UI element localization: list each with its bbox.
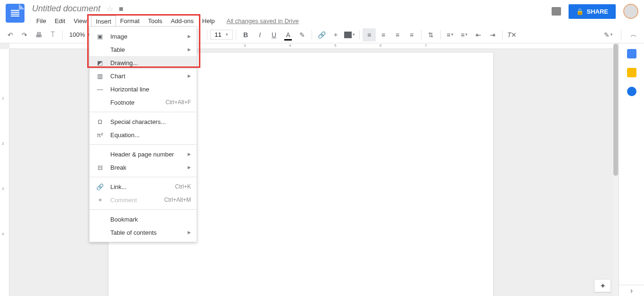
align-center-button[interactable]: ≡ [377, 28, 390, 41]
insert-link-button[interactable]: 🔗 [315, 28, 328, 41]
menu-label: Table of contents [110, 229, 188, 236]
italic-button[interactable]: I [253, 28, 266, 41]
menu-insert-footnote[interactable]: Footnote Ctrl+Alt+F [90, 96, 197, 109]
menu-insert-table[interactable]: Table ▶ [90, 43, 197, 56]
menu-file[interactable]: File [32, 16, 50, 27]
menu-label: Table [110, 46, 188, 53]
menu-insert-equation[interactable]: π² Equation... [90, 128, 197, 141]
star-icon[interactable]: ☆ [107, 5, 113, 13]
separator [502, 30, 503, 40]
chevron-down-icon: ▼ [225, 33, 229, 37]
comments-icon[interactable] [552, 7, 561, 16]
menubar: File Edit View Insert Format Tools Add-o… [32, 16, 552, 27]
menu-label: Comment [110, 197, 164, 204]
tasks-icon[interactable] [627, 87, 636, 96]
break-icon: ⊟ [95, 164, 105, 171]
menu-insert-header-pn[interactable]: Header & page number ▶ [90, 148, 197, 161]
numbered-list-button[interactable]: ≡▼ [444, 28, 457, 41]
share-button[interactable]: 🔒 SHARE [569, 4, 616, 19]
header: Untitled document ☆ ■ File Edit View Ins… [0, 0, 644, 26]
ruler-tick: 2 [198, 43, 200, 48]
menu-view[interactable]: View [69, 16, 91, 27]
calendar-icon[interactable] [627, 49, 636, 58]
add-comment-button[interactable]: ＋ [329, 28, 342, 41]
menu-shortcut: Ctrl+Alt+F [165, 99, 191, 106]
menu-separator [90, 112, 197, 112]
insert-image-button[interactable]: ▼ [343, 28, 356, 41]
separator [312, 30, 312, 40]
save-status[interactable]: All changes saved in Drive [225, 16, 301, 27]
menu-insert-break[interactable]: ⊟ Break ▶ [90, 161, 197, 174]
side-panel-toggle[interactable]: › [619, 285, 644, 296]
menu-separator [90, 209, 197, 210]
menu-label: Link... [110, 183, 175, 190]
share-label: SHARE [586, 8, 608, 15]
align-justify-button[interactable]: ≡ [405, 28, 418, 41]
align-right-button[interactable]: ≡ [391, 28, 404, 41]
menu-insert-bookmark[interactable]: Bookmark [90, 213, 197, 226]
menu-insert[interactable]: Insert [91, 16, 116, 27]
collapse-toolbar-button[interactable]: ︿ [627, 28, 640, 41]
decrease-indent-button[interactable]: ⇤ [472, 28, 485, 41]
zoom-value: 100% [69, 31, 85, 38]
menu-insert-toc[interactable]: Table of contents ▶ [90, 226, 197, 239]
menu-insert-drawing[interactable]: ◩ Drawing... [90, 56, 197, 69]
menu-tools[interactable]: Tools [144, 16, 166, 27]
chevron-right-icon: ▶ [188, 230, 191, 235]
text-color-button[interactable]: A [281, 28, 295, 41]
toc-icon [95, 229, 105, 236]
image-icon: ▣ [95, 33, 105, 40]
separator [236, 30, 236, 40]
menu-label: Footnote [110, 99, 165, 106]
print-button[interactable]: 🖶 [32, 28, 45, 41]
folder-icon[interactable]: ■ [119, 5, 124, 13]
font-size-select[interactable]: 11 ▼ [210, 30, 233, 40]
menu-insert-hline[interactable]: — Horizontal line [90, 82, 197, 96]
ruler-tick: 4 [2, 232, 4, 236]
menu-shortcut: Ctrl+K [175, 183, 191, 190]
docs-logo[interactable] [6, 4, 25, 23]
menu-edit[interactable]: Edit [50, 16, 69, 27]
paint-format-button[interactable]: ⟙ [46, 28, 59, 41]
redo-button[interactable]: ↷ [18, 28, 31, 41]
scroll-thumb[interactable] [613, 44, 618, 176]
clear-formatting-button[interactable]: T✕ [505, 28, 519, 41]
explore-button[interactable]: ✦ [594, 279, 611, 292]
chevron-right-icon: ▶ [188, 47, 191, 52]
scrollbar-vertical[interactable] [613, 43, 619, 296]
link-icon: 🔗 [95, 183, 105, 190]
menu-format[interactable]: Format [116, 16, 144, 27]
menu-addons[interactable]: Add-ons [166, 16, 198, 27]
undo-button[interactable]: ↶ [4, 28, 17, 41]
menu-shortcut: Ctrl+Alt+M [164, 197, 191, 203]
menu-insert-special[interactable]: Ω Special characters... [90, 115, 197, 128]
chevron-right-icon: ▶ [188, 152, 191, 156]
increase-indent-button[interactable]: ⇥ [486, 28, 499, 41]
highlight-button[interactable]: ✎ [296, 28, 309, 41]
ruler-tick: 5 [334, 43, 336, 48]
line-spacing-button[interactable]: ⇅ [424, 28, 438, 41]
underline-button[interactable]: U [267, 28, 281, 41]
ruler-tick: 4 [289, 43, 291, 48]
equation-icon: π² [95, 131, 105, 139]
bulleted-list-button[interactable]: ≡▼ [458, 28, 471, 41]
bold-button[interactable]: B [239, 28, 252, 41]
bookmark-icon [95, 215, 105, 223]
avatar[interactable] [623, 4, 638, 19]
ruler-vertical[interactable]: 1 2 3 4 [0, 49, 9, 296]
menu-label: Bookmark [110, 216, 191, 223]
doc-title[interactable]: Untitled document [32, 4, 100, 14]
separator [440, 30, 441, 40]
header-icon [95, 150, 105, 158]
menu-insert-link[interactable]: 🔗 Link... Ctrl+K [90, 180, 197, 193]
align-left-button[interactable]: ≡ [363, 28, 376, 41]
keep-icon[interactable] [627, 68, 636, 77]
menu-insert-chart[interactable]: ▥ Chart ▶ [90, 69, 197, 82]
chevron-right-icon: ▶ [188, 74, 191, 78]
menu-help[interactable]: Help [198, 16, 219, 27]
lock-icon: 🔒 [576, 8, 584, 15]
menu-insert-image[interactable]: ▣ Image ▶ [90, 30, 197, 43]
ruler-tick: 3 [2, 187, 4, 191]
menu-label: Drawing... [110, 59, 191, 66]
editing-mode-button[interactable]: ✎▼ [602, 28, 615, 41]
